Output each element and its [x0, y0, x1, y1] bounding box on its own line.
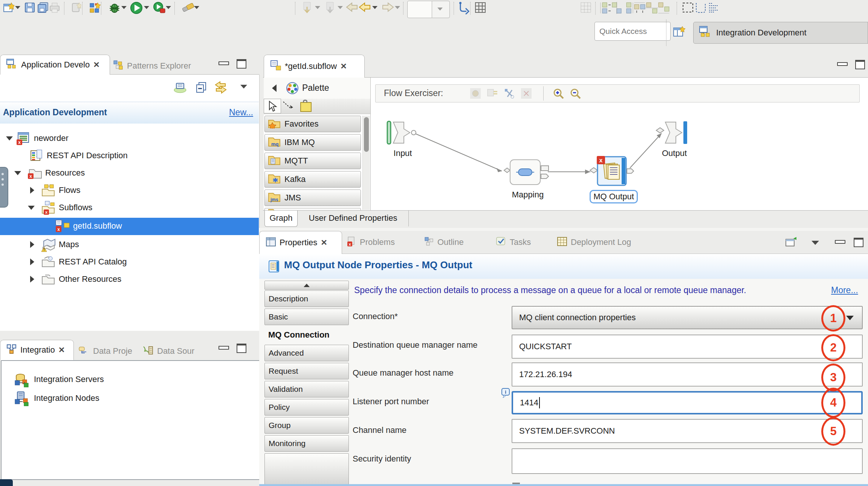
save-all-icon[interactable]: [37, 2, 49, 15]
section-tab-group[interactable]: Group: [264, 417, 349, 434]
back-dropdown[interactable]: [372, 6, 377, 9]
link-with-editor-icon[interactable]: [214, 81, 228, 95]
open-perspective-icon[interactable]: [673, 25, 686, 40]
tab-application-development[interactable]: Application Develo ✕: [0, 55, 110, 75]
expand-icon[interactable]: [30, 276, 34, 283]
security-identity-input[interactable]: [512, 448, 863, 474]
outline-list-icon[interactable]: [708, 2, 720, 15]
minimize-icon[interactable]: [835, 240, 845, 244]
tab-integration-nodes[interactable]: Integratio ✕: [0, 340, 74, 360]
detach-view-icon[interactable]: [785, 236, 799, 250]
collapsed-palette-handle[interactable]: [0, 167, 8, 208]
section-scroll-up[interactable]: [264, 281, 349, 290]
palette-header[interactable]: Palette: [264, 78, 370, 99]
minimize-icon[interactable]: [219, 346, 229, 350]
minimize-icon[interactable]: [219, 61, 229, 65]
zoom-out-icon[interactable]: [570, 88, 582, 101]
expand-icon[interactable]: [30, 241, 34, 248]
run-configuration-icon[interactable]: [153, 2, 166, 17]
node-mapping[interactable]: Mapping: [503, 157, 552, 201]
node-mq-output[interactable]: x MQ Output: [589, 155, 638, 204]
tree-row-rest-api-description[interactable]: REST API Description: [0, 148, 259, 164]
section-tab-basic[interactable]: Basic: [264, 309, 349, 325]
palette-drawer-ibm-mq[interactable]: mq IBM MQ: [264, 134, 361, 151]
close-icon[interactable]: ✕: [321, 238, 327, 247]
save-icon[interactable]: [24, 2, 35, 15]
node-output[interactable]: Output: [656, 120, 693, 161]
tree-row-neworder[interactable]: x neworder: [0, 131, 259, 146]
run-icon[interactable]: [130, 2, 143, 16]
collapse-all-icon[interactable]: [195, 81, 207, 95]
new-flow-icon[interactable]: [89, 2, 101, 15]
palette-drawer-kafka[interactable]: Kafka: [264, 171, 361, 188]
tree-row-other-resources[interactable]: Other Resources: [0, 272, 259, 287]
zoom-in-icon[interactable]: [553, 88, 565, 101]
palette-collapse-icon[interactable]: [272, 84, 277, 92]
new-wizard-dropdown[interactable]: [15, 6, 20, 9]
deploy-icon[interactable]: [173, 81, 187, 95]
section-tab-mq-connection[interactable]: MQ Connection: [264, 327, 349, 343]
tab-getid-subflow[interactable]: *getId.subflow ✕: [264, 55, 365, 78]
expand-icon[interactable]: [28, 206, 35, 210]
tree-row-rest-api-catalog[interactable]: REST API Catalog: [0, 255, 259, 270]
minimize-icon[interactable]: [837, 62, 848, 66]
close-icon[interactable]: ✕: [340, 62, 347, 71]
tab-graph[interactable]: Graph: [264, 211, 298, 227]
view-menu-icon[interactable]: [811, 241, 819, 245]
close-icon[interactable]: ✕: [93, 60, 100, 69]
flashlight-icon[interactable]: [182, 2, 195, 15]
listener-port-input[interactable]: 1414: [512, 391, 863, 414]
tree-row-maps[interactable]: ! Maps: [0, 237, 259, 252]
palette-drawer-mqtt[interactable]: MQTT: [264, 153, 361, 169]
new-wizard-icon[interactable]: [3, 2, 14, 15]
grid-snap-icon[interactable]: [475, 2, 486, 15]
section-tab-description[interactable]: Description: [264, 290, 349, 307]
maximize-icon[interactable]: [237, 59, 246, 69]
channel-name-input[interactable]: SYSTEM.DEF.SVRCONN: [512, 419, 863, 443]
view-menu-icon[interactable]: [240, 85, 247, 89]
tab-tasks[interactable]: Tasks: [496, 235, 531, 250]
expand-icon[interactable]: [14, 171, 21, 175]
tab-properties[interactable]: Properties ✕: [259, 231, 342, 254]
tab-data-sources[interactable]: Data Sour: [142, 344, 194, 359]
note-tool[interactable]: [298, 99, 313, 115]
section-tab-validation[interactable]: Validation: [264, 381, 349, 397]
toolbar-combo-button[interactable]: [432, 1, 450, 18]
section-tab-monitoring[interactable]: Monitoring: [264, 435, 349, 452]
maximize-icon[interactable]: [854, 238, 863, 247]
section-tab-request[interactable]: Request: [264, 363, 349, 379]
tree-row-subflows[interactable]: x Subflows: [0, 200, 259, 215]
qm-host-input[interactable]: 172.21.26.194: [512, 362, 863, 387]
expand-icon[interactable]: [30, 187, 34, 194]
selection-tool[interactable]: [264, 99, 281, 113]
tree-row-resources[interactable]: x Resources: [0, 166, 259, 181]
palette-drawer-jms[interactable]: jms JMS: [264, 190, 361, 206]
node-input[interactable]: Input: [386, 120, 420, 161]
tab-patterns-explorer[interactable]: Patterns Explorer: [113, 58, 191, 73]
tab-deployment-log[interactable]: Deployment Log: [557, 235, 631, 250]
expand-icon[interactable]: [30, 258, 34, 265]
quick-access-input[interactable]: [594, 22, 671, 41]
tab-outline[interactable]: Outline: [424, 235, 464, 250]
connection-dropdown[interactable]: MQ client connection properties: [512, 306, 863, 329]
connection-tool[interactable]: [281, 100, 296, 114]
list-item-integration-servers[interactable]: Integration Servers: [2, 371, 258, 388]
destination-qm-input[interactable]: QUICKSTART: [512, 335, 863, 359]
expand-icon[interactable]: [6, 136, 13, 141]
tab-data-projects[interactable]: Data Proje: [78, 344, 132, 359]
run-configuration-dropdown[interactable]: [166, 6, 171, 9]
section-tab-advanced[interactable]: Advanced: [264, 345, 349, 361]
route-icon[interactable]: [458, 2, 470, 16]
flow-canvas[interactable]: Flow Exerciser: Input: [371, 78, 867, 210]
tree-row-getid-subflow[interactable]: x getId.subflow: [0, 218, 259, 235]
palette-scrollbar[interactable]: [362, 116, 370, 210]
maximize-icon[interactable]: [855, 60, 865, 69]
debug-icon[interactable]: [108, 2, 121, 16]
lasso-select-icon[interactable]: [695, 2, 707, 15]
flashlight-dropdown[interactable]: [194, 6, 199, 9]
new-link[interactable]: New...: [229, 107, 253, 118]
run-dropdown[interactable]: [144, 6, 149, 9]
more-link[interactable]: More...: [831, 285, 858, 295]
tab-problems[interactable]: x Problems: [347, 235, 395, 250]
palette-drawer-favorites[interactable]: Favorites: [264, 116, 361, 132]
